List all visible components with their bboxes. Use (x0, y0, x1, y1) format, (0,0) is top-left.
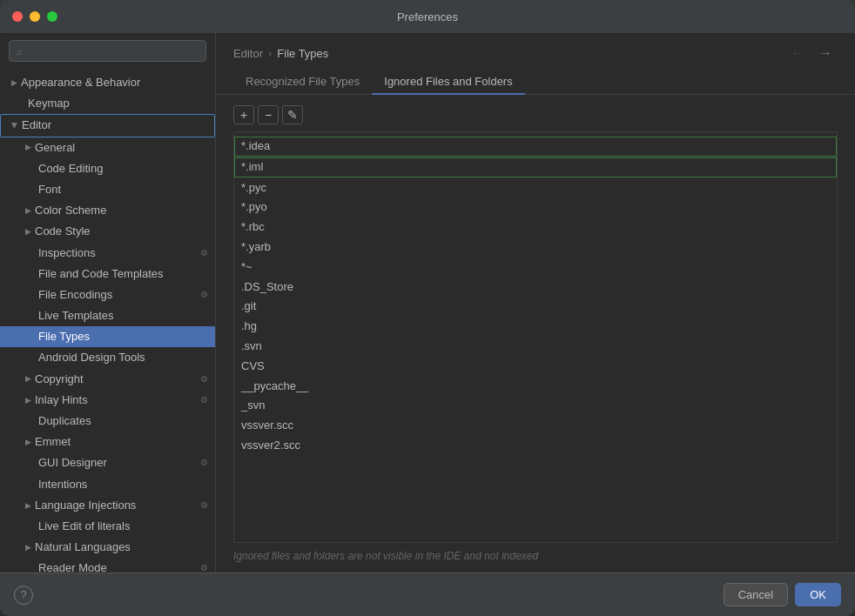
breadcrumb-parent: Editor (233, 47, 263, 60)
sidebar-item-label: Keymap (28, 96, 70, 111)
search-input[interactable] (28, 44, 199, 57)
sidebar-item-color-scheme[interactable]: ▶ Color Scheme (0, 200, 215, 221)
file-item-ds-store[interactable]: .DS_Store (234, 278, 837, 298)
file-item-vssver2[interactable]: vssver2.scc (234, 436, 837, 456)
sidebar-item-font[interactable]: Font (0, 179, 215, 200)
sidebar-item-label: Duplicates (38, 413, 91, 429)
sidebar-item-code-style[interactable]: ▶ Code Style (0, 221, 215, 242)
expand-icon: ▶ (21, 141, 35, 155)
remove-button[interactable]: − (258, 105, 279, 124)
sidebar-item-inspections[interactable]: Inspections ⚙ (0, 243, 215, 264)
file-item-pyc[interactable]: *.pyc (234, 178, 837, 198)
sidebar-item-natural-languages[interactable]: ▶ Natural Languages (0, 537, 215, 558)
sidebar-item-emmet[interactable]: ▶ Emmet (0, 432, 215, 452)
expand-icon: ▶ (21, 499, 35, 512)
sidebar-item-intentions[interactable]: Intentions (0, 474, 215, 495)
sidebar-item-copyright[interactable]: ▶ Copyright ⚙ (0, 369, 215, 390)
file-list[interactable]: *.idea *.iml *.pyc *.pyo *.rbc *.yarb *~… (233, 131, 838, 543)
file-item-svn2[interactable]: _svn (234, 396, 837, 416)
sidebar-item-label: File Types (38, 329, 90, 345)
maximize-button[interactable] (47, 11, 57, 22)
file-item-git[interactable]: .git (234, 297, 837, 317)
file-item-pyo[interactable]: *.pyo (234, 198, 837, 218)
breadcrumb: Editor › File Types (233, 47, 328, 60)
sidebar-item-label: Language Injections (35, 498, 136, 513)
sidebar: ⌕ ▶ Appearance & Behavior Keymap ▶ Edito… (0, 33, 216, 572)
sidebar-item-live-templates[interactable]: Live Templates (0, 305, 215, 326)
sidebar-item-label: Intentions (38, 477, 87, 492)
sidebar-item-appearance[interactable]: ▶ Appearance & Behavior (0, 72, 215, 93)
expand-icon: ▶ (21, 372, 35, 386)
sidebar-item-reader-mode[interactable]: Reader Mode ⚙ (0, 558, 215, 572)
expand-icon: ▶ (21, 204, 35, 218)
file-item-tilde[interactable]: *~ (234, 258, 837, 278)
sidebar-item-inlay-hints[interactable]: ▶ Inlay Hints ⚙ (0, 390, 215, 411)
expand-icon: ▶ (21, 393, 35, 407)
close-button[interactable] (12, 11, 23, 22)
sidebar-item-file-types[interactable]: File Types (0, 326, 215, 347)
tab-ignored[interactable]: Ignored Files and Folders (372, 70, 524, 95)
bottom-bar: ? Cancel OK (0, 572, 855, 616)
sidebar-item-label: Appearance & Behavior (21, 75, 140, 90)
search-box[interactable]: ⌕ (9, 40, 206, 62)
sidebar-item-keymap[interactable]: Keymap (0, 93, 215, 114)
edit-button[interactable]: ✎ (282, 105, 303, 124)
breadcrumb-current: File Types (277, 47, 328, 60)
help-button[interactable]: ? (14, 586, 33, 605)
minimize-button[interactable] (30, 11, 40, 22)
file-item-svn[interactable]: .svn (234, 337, 837, 357)
forward-button[interactable]: → (813, 44, 838, 63)
expand-icon: ▶ (21, 435, 35, 449)
add-button[interactable]: + (233, 105, 254, 124)
sidebar-item-label: Emmet (35, 434, 71, 450)
sidebar-item-general[interactable]: ▶ General (0, 137, 215, 158)
window-title: Preferences (397, 10, 458, 23)
search-icon: ⌕ (17, 46, 23, 57)
sidebar-item-label: Android Design Tools (38, 350, 145, 365)
tabs: Recognized File Types Ignored Files and … (216, 70, 855, 95)
file-item-vssver[interactable]: vssver.scc (234, 416, 837, 436)
file-item-rbc[interactable]: *.rbc (234, 218, 837, 238)
content-panel: Editor › File Types ← → Recognized File … (216, 33, 855, 572)
sidebar-item-editor[interactable]: ▶ Editor (0, 114, 215, 137)
sidebar-item-label: Code Editing (38, 161, 103, 177)
expand-icon: ▶ (7, 76, 21, 90)
sidebar-item-code-editing[interactable]: Code Editing (0, 158, 215, 179)
sidebar-item-duplicates[interactable]: Duplicates (0, 411, 215, 432)
settings-icon: ⚙ (200, 394, 208, 406)
sidebar-item-gui-designer[interactable]: GUI Designer ⚙ (0, 452, 215, 473)
file-item-iml[interactable]: *.iml (234, 157, 837, 177)
file-item-hg[interactable]: .hg (234, 317, 837, 337)
tab-recognized[interactable]: Recognized File Types (233, 70, 372, 95)
settings-icon: ⚙ (200, 373, 208, 385)
titlebar: Preferences (0, 0, 855, 33)
breadcrumb-separator: › (268, 47, 272, 60)
sidebar-item-label: GUI Designer (38, 455, 107, 471)
file-item-idea[interactable]: *.idea (234, 137, 837, 157)
settings-icon: ⚙ (200, 289, 208, 301)
sidebar-item-file-code-templates[interactable]: File and Code Templates (0, 264, 215, 285)
sidebar-item-label: File and Code Templates (38, 266, 164, 282)
sidebar-item-android-design-tools[interactable]: Android Design Tools (0, 347, 215, 368)
sidebar-item-label: Code Style (35, 224, 91, 239)
sidebar-item-file-encodings[interactable]: File Encodings ⚙ (0, 285, 215, 305)
file-item-yarb[interactable]: *.yarb (234, 238, 837, 258)
file-item-cvs[interactable]: CVS (234, 357, 837, 377)
file-item-pycache[interactable]: __pycache__ (234, 377, 837, 397)
content-header: Editor › File Types ← → (216, 33, 855, 63)
sidebar-item-label: Live Edit of literals (38, 519, 131, 534)
cancel-button[interactable]: Cancel (724, 583, 788, 606)
sidebar-item-language-injections[interactable]: ▶ Language Injections ⚙ (0, 495, 215, 516)
back-button[interactable]: ← (785, 44, 810, 63)
settings-icon: ⚙ (200, 247, 208, 259)
sidebar-item-live-edit[interactable]: Live Edit of literals (0, 516, 215, 537)
sidebar-item-label: Inspections (38, 245, 96, 261)
ok-button[interactable]: OK (795, 583, 841, 606)
sidebar-item-label: Editor (22, 117, 51, 133)
expand-icon: ▶ (21, 224, 35, 238)
sidebar-item-label: Color Scheme (35, 203, 106, 218)
settings-icon: ⚙ (200, 562, 208, 572)
sidebar-item-label: Live Templates (38, 308, 113, 324)
sidebar-item-label: Copyright (35, 372, 84, 387)
sidebar-item-label: Reader Mode (38, 560, 107, 572)
